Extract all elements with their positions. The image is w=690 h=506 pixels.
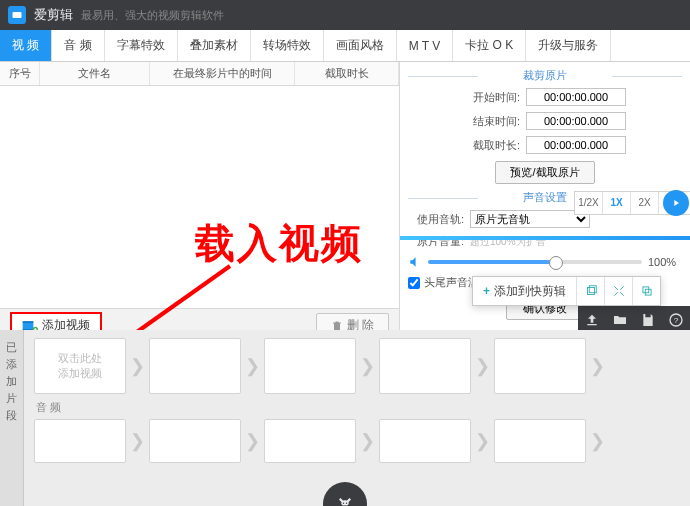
track-label: 使用音轨: <box>408 212 464 227</box>
preview-progress-bar[interactable] <box>400 236 690 240</box>
tab-audio[interactable]: 音 频 <box>52 30 104 61</box>
timeline-slot[interactable] <box>149 338 241 394</box>
svg-rect-3 <box>23 321 34 322</box>
main-tab-bar: 视 频 音 频 字幕特效 叠加素材 转场特效 画面风格 M T V 卡拉 O K… <box>0 30 690 62</box>
chevron-right-icon: ❯ <box>475 355 490 377</box>
tab-upgrade[interactable]: 升级与服务 <box>526 30 611 61</box>
timeline-side-label: 已 添 加 片 段 <box>0 330 24 506</box>
timeline-slot[interactable] <box>264 338 356 394</box>
volume-slider[interactable] <box>428 260 642 264</box>
chevron-right-icon: ❯ <box>245 355 260 377</box>
timeline-audio-slot[interactable] <box>34 419 126 463</box>
timeline-audio-slot[interactable] <box>264 419 356 463</box>
timeline-slot[interactable] <box>379 338 471 394</box>
popup-duplicate-button[interactable] <box>632 277 660 305</box>
start-time-input[interactable] <box>526 88 626 106</box>
crop-dur-label: 截取时长: <box>464 138 520 153</box>
end-time-label: 结束时间: <box>464 114 520 129</box>
svg-rect-9 <box>645 289 651 295</box>
svg-rect-0 <box>13 12 22 18</box>
col-filename: 文件名 <box>40 62 150 85</box>
timeline-slot[interactable]: 双击此处添加视频 <box>34 338 126 394</box>
play-icon <box>671 198 681 208</box>
chevron-right-icon: ❯ <box>130 355 145 377</box>
plus-icon: + <box>483 284 490 298</box>
chevron-right-icon: ❯ <box>360 355 375 377</box>
timeline-audio-slot[interactable] <box>379 419 471 463</box>
tab-karaoke[interactable]: 卡拉 O K <box>453 30 526 61</box>
clip-grid-header: 序号 文件名 在最终影片中的时间 截取时长 <box>0 62 399 86</box>
timeline-video-row: 双击此处添加视频 ❯ ❯ ❯ ❯ ❯ <box>34 338 680 394</box>
crop-dur-input[interactable] <box>526 136 626 154</box>
col-time: 在最终影片中的时间 <box>150 62 295 85</box>
chevron-right-icon: ❯ <box>360 430 375 452</box>
svg-text:?: ? <box>674 316 679 325</box>
preview-crop-button[interactable]: 预览/截取原片 <box>495 161 594 184</box>
chevron-right-icon: ❯ <box>590 355 605 377</box>
timeline-slot[interactable] <box>494 338 586 394</box>
timeline-audio-label: 音 频 <box>36 400 680 415</box>
tab-video[interactable]: 视 频 <box>0 30 52 61</box>
crop-section-title: 裁剪原片 <box>408 68 682 83</box>
svg-rect-2 <box>23 321 34 330</box>
speed-half-button[interactable]: 1/2X <box>575 192 603 214</box>
svg-rect-8 <box>642 287 648 293</box>
col-duration: 截取时长 <box>295 62 399 85</box>
chevron-right-icon: ❯ <box>590 430 605 452</box>
tab-style[interactable]: 画面风格 <box>324 30 397 61</box>
app-logo-icon <box>8 6 26 24</box>
tab-mtv[interactable]: M T V <box>397 30 454 61</box>
speed-1x-button[interactable]: 1X <box>603 192 631 214</box>
export-icon[interactable] <box>584 312 600 328</box>
app-slogan: 最易用、强大的视频剪辑软件 <box>81 8 224 23</box>
popup-expand-button[interactable] <box>604 277 632 305</box>
col-seq: 序号 <box>0 62 40 85</box>
clip-grid-body[interactable]: 载入视频 <box>0 86 399 308</box>
quick-edit-popup: + 添加到快剪辑 <box>472 276 661 306</box>
tab-transition[interactable]: 转场特效 <box>251 30 324 61</box>
end-time-input[interactable] <box>526 112 626 130</box>
popup-copy-button[interactable] <box>576 277 604 305</box>
timeline-panel: 已 添 加 片 段 双击此处添加视频 ❯ ❯ ❯ ❯ ❯ 音 频 ❯ ❯ ❯ <box>0 330 690 506</box>
playback-speed-bar: 1/2X 1X 2X <box>574 191 690 215</box>
title-bar: 爱剪辑 最易用、强大的视频剪辑软件 <box>0 0 690 30</box>
timeline-audio-slot[interactable] <box>149 419 241 463</box>
scissors-icon <box>336 495 354 506</box>
timeline-audio-slot[interactable] <box>494 419 586 463</box>
start-time-label: 开始时间: <box>464 90 520 105</box>
app-name: 爱剪辑 <box>34 6 73 24</box>
volume-percent: 100% <box>648 256 682 268</box>
chevron-right-icon: ❯ <box>475 430 490 452</box>
popup-label: 添加到快剪辑 <box>494 283 566 300</box>
tab-overlay[interactable]: 叠加素材 <box>178 30 251 61</box>
svg-rect-7 <box>589 286 596 293</box>
timeline-audio-row: ❯ ❯ ❯ ❯ ❯ <box>34 419 680 463</box>
svg-rect-6 <box>587 288 594 295</box>
clip-list-pane: 序号 文件名 在最终影片中的时间 截取时长 载入视频 添加视频 删 除 <box>0 62 400 342</box>
fade-checkbox[interactable] <box>408 277 420 289</box>
speaker-icon <box>408 255 422 269</box>
speed-2x-button[interactable]: 2X <box>631 192 659 214</box>
help-icon[interactable]: ? <box>668 312 684 328</box>
chevron-right-icon: ❯ <box>130 430 145 452</box>
folder-open-icon[interactable] <box>612 312 628 328</box>
save-icon[interactable] <box>640 312 656 328</box>
tab-subtitle[interactable]: 字幕特效 <box>105 30 178 61</box>
chevron-right-icon: ❯ <box>245 430 260 452</box>
audio-track-select[interactable]: 原片无音轨 <box>470 210 590 228</box>
play-button[interactable] <box>663 190 689 216</box>
